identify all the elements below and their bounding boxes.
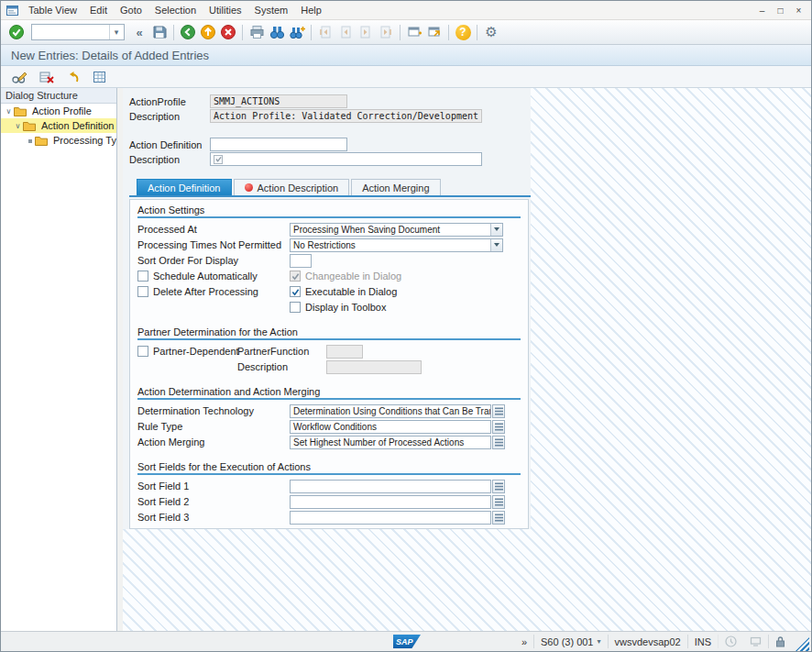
- processed-at-value: Processing When Saving Document: [293, 225, 440, 235]
- delete-after-processing-checkbox[interactable]: [137, 286, 148, 297]
- determination-technology-field[interactable]: Determination Using Conditions that Can …: [290, 404, 491, 418]
- rule-type-field[interactable]: Workflow Conditions: [290, 420, 491, 434]
- sort-order-field[interactable]: [290, 254, 312, 268]
- value-help-icon: [495, 423, 503, 431]
- help-button[interactable]: ?: [453, 22, 473, 42]
- tab-action-merging[interactable]: Action Merging: [351, 179, 440, 195]
- last-page-icon: [379, 25, 393, 39]
- maximize-button[interactable]: □: [773, 4, 788, 17]
- value-help-button[interactable]: [492, 436, 505, 449]
- expand-collapse-icon[interactable]: ∨: [4, 107, 14, 116]
- command-field: ▾: [31, 24, 125, 40]
- close-button[interactable]: ×: [791, 4, 807, 17]
- processed-at-select[interactable]: Processing When Saving Document: [290, 223, 503, 237]
- print-button[interactable]: [247, 22, 267, 42]
- resize-grip[interactable]: [796, 637, 809, 651]
- action-profile-field[interactable]: SMMJ_ACTIONS: [210, 94, 347, 108]
- profile-description-field[interactable]: Action Profile: Validated Correction/Dev…: [210, 109, 482, 123]
- save-button[interactable]: [149, 22, 170, 42]
- help-icon: ?: [455, 25, 471, 40]
- find-next-button[interactable]: [287, 22, 307, 42]
- section-partner-determination: Partner Determination for the Action Par…: [137, 326, 521, 374]
- menu-utilities[interactable]: Utilities: [203, 3, 247, 17]
- find-button[interactable]: [267, 22, 287, 42]
- section-title: Action Settings: [137, 204, 521, 218]
- section-action-settings: Action Settings Processed At Processing …: [137, 204, 521, 315]
- sort-field-1-field[interactable]: [290, 480, 491, 493]
- enter-button[interactable]: [6, 22, 27, 42]
- action-merging-label: Action Merging: [137, 437, 290, 448]
- value-help-icon: [495, 438, 503, 447]
- system-info[interactable]: S60 (3) 001 ▾: [533, 635, 608, 648]
- sort-field-2-label: Sort Field 2: [137, 496, 290, 507]
- menu-goto[interactable]: Goto: [114, 3, 148, 17]
- value-help-button[interactable]: [492, 404, 505, 418]
- delete-row-button[interactable]: [36, 67, 56, 87]
- partner-function-field[interactable]: [326, 345, 363, 359]
- partner-description-field[interactable]: [326, 360, 422, 374]
- value-help-button[interactable]: [492, 480, 505, 493]
- minimize-button[interactable]: –: [754, 4, 770, 17]
- toolbar-separator: [173, 25, 174, 40]
- tab-action-description[interactable]: Action Description: [234, 179, 350, 195]
- cancel-icon: [220, 24, 236, 40]
- partner-description-label: Description: [237, 361, 326, 372]
- value-help-icon: [495, 498, 503, 506]
- action-merging-field[interactable]: Set Highest Number of Processed Actions: [290, 436, 491, 449]
- insert-mode-indicator[interactable]: INS: [687, 635, 718, 648]
- expand-messages-button[interactable]: »: [515, 635, 533, 648]
- folder-icon: [14, 106, 27, 116]
- value-help-button[interactable]: [492, 495, 505, 509]
- menu-table-view[interactable]: Table View: [22, 3, 83, 17]
- menu-edit[interactable]: Edit: [83, 3, 114, 17]
- command-dropdown-icon[interactable]: ▾: [109, 25, 123, 39]
- display-change-button[interactable]: [9, 67, 29, 87]
- new-session-button[interactable]: [404, 22, 424, 42]
- create-shortcut-button[interactable]: [424, 22, 444, 42]
- undo-button[interactable]: [62, 67, 82, 87]
- exit-button[interactable]: [198, 22, 218, 42]
- sap-logo: SAP: [393, 635, 421, 648]
- expand-collapse-icon[interactable]: ∨: [13, 122, 23, 130]
- undo-icon: [65, 70, 81, 84]
- folder-icon: [23, 121, 36, 131]
- executable-in-dialog-checkbox[interactable]: [290, 286, 301, 297]
- system-menu-icon[interactable]: [5, 4, 18, 17]
- window-controls: – □ ×: [754, 4, 807, 17]
- definition-description-field[interactable]: [210, 152, 482, 166]
- processing-times-select[interactable]: No Restrictions: [290, 238, 503, 252]
- dropdown-icon[interactable]: [490, 224, 502, 236]
- sort-field-2-field[interactable]: [290, 495, 491, 509]
- tree-node-processing-types[interactable]: Processing Types: [1, 133, 116, 148]
- cancel-button[interactable]: [218, 22, 238, 42]
- partner-dependent-checkbox[interactable]: [137, 346, 148, 357]
- schedule-automatically-checkbox[interactable]: [137, 271, 148, 282]
- back-button[interactable]: [178, 22, 198, 42]
- status-bar: SAP » S60 (3) 001 ▾ vwsvdevsap02 INS: [1, 631, 811, 651]
- display-in-toolbox-checkbox[interactable]: [290, 302, 301, 313]
- value-help-button[interactable]: [492, 420, 505, 434]
- customize-layout-button[interactable]: ⚙: [481, 22, 501, 42]
- sort-field-3-field[interactable]: [290, 511, 491, 525]
- dialog-structure-title: Dialog Structure: [5, 90, 78, 101]
- application-toolbar: [1, 66, 811, 88]
- changeable-in-dialog-label: Changeable in Dialog: [305, 271, 401, 282]
- error-status-icon: [245, 183, 253, 192]
- dropdown-icon[interactable]: [490, 239, 502, 251]
- value-help-button[interactable]: [492, 511, 505, 525]
- collapse-command-button[interactable]: «: [129, 22, 149, 42]
- tree-node-action-definition[interactable]: ∨ Action Definition: [1, 118, 116, 133]
- select-all-button[interactable]: [89, 67, 109, 87]
- action-definition-field[interactable]: [210, 138, 347, 151]
- tree-node-action-profile[interactable]: ∨ Action Profile: [1, 104, 116, 118]
- menu-system[interactable]: System: [248, 3, 295, 17]
- network-status-icon: [743, 635, 768, 648]
- shortcut-icon: [427, 25, 443, 39]
- chevron-down-icon[interactable]: ▾: [597, 637, 600, 646]
- command-input[interactable]: [32, 26, 109, 39]
- menu-help[interactable]: Help: [294, 3, 328, 17]
- schedule-automatically-label: Schedule Automatically: [153, 271, 258, 282]
- delete-after-processing-label: Delete After Processing: [153, 286, 258, 297]
- menu-selection[interactable]: Selection: [148, 3, 203, 17]
- tab-action-definition[interactable]: Action Definition: [137, 179, 232, 195]
